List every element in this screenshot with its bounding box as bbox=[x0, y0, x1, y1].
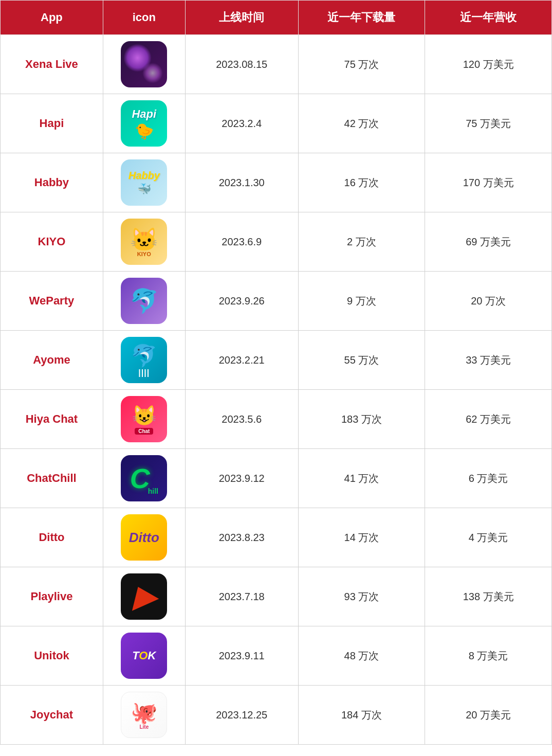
cell-date: 2023.12.25 bbox=[185, 686, 298, 745]
cell-app-icon: 😺 Chat bbox=[103, 390, 185, 449]
cell-app-name: Habby bbox=[1, 153, 103, 212]
cell-revenue: 120 万美元 bbox=[425, 35, 552, 94]
cell-downloads: 9 万次 bbox=[298, 272, 425, 331]
table-row: Unitok TOK 2023.9.11 48 万次 8 万美元 bbox=[1, 626, 552, 686]
cell-downloads: 2 万次 bbox=[298, 212, 425, 272]
cell-downloads: 42 万次 bbox=[298, 94, 425, 153]
header-date: 上线时间 bbox=[185, 1, 298, 35]
header-app: App bbox=[1, 1, 103, 35]
cell-app-name: ChatChill bbox=[1, 449, 103, 508]
cell-date: 2023.8.23 bbox=[185, 508, 298, 567]
cell-app-icon bbox=[103, 35, 185, 94]
cell-app-name: KIYO bbox=[1, 212, 103, 272]
cell-date: 2023.6.9 bbox=[185, 212, 298, 272]
cell-date: 2023.1.30 bbox=[185, 153, 298, 212]
cell-app-name: Ayome bbox=[1, 331, 103, 390]
cell-date: 2023.2.21 bbox=[185, 331, 298, 390]
cell-app-name: Playlive bbox=[1, 567, 103, 626]
cell-downloads: 183 万次 bbox=[298, 390, 425, 449]
cell-app-name: Unitok bbox=[1, 626, 103, 686]
cell-revenue: 6 万美元 bbox=[425, 449, 552, 508]
cell-revenue: 75 万美元 bbox=[425, 94, 552, 153]
cell-downloads: 75 万次 bbox=[298, 35, 425, 94]
cell-app-name: Hapi bbox=[1, 94, 103, 153]
header-downloads: 近一年下载量 bbox=[298, 1, 425, 35]
cell-app-name: Xena Live bbox=[1, 35, 103, 94]
cell-app-icon: C hill bbox=[103, 449, 185, 508]
cell-revenue: 4 万美元 bbox=[425, 508, 552, 567]
cell-app-icon: Hapi 🐤 bbox=[103, 94, 185, 153]
cell-date: 2023.5.6 bbox=[185, 390, 298, 449]
header-icon: icon bbox=[103, 1, 185, 35]
cell-app-icon: TOK bbox=[103, 626, 185, 686]
table-row: Ditto Ditto 2023.8.23 14 万次 4 万美元 bbox=[1, 508, 552, 567]
table-header-row: App icon 上线时间 近一年下载量 近一年营收 bbox=[1, 1, 552, 35]
cell-downloads: 55 万次 bbox=[298, 331, 425, 390]
cell-app-icon: 🐱 KIYO bbox=[103, 212, 185, 272]
cell-downloads: 93 万次 bbox=[298, 567, 425, 626]
table-row: WeParty 🐬 2023.9.26 9 万次 20 万次 bbox=[1, 272, 552, 331]
cell-app-icon: Ditto bbox=[103, 508, 185, 567]
table-row: Hiya Chat 😺 Chat 2023.5.6 183 万次 62 万美元 bbox=[1, 390, 552, 449]
table-row: Playlive ▶ 2023.7.18 93 万次 138 万美元 bbox=[1, 567, 552, 626]
cell-revenue: 62 万美元 bbox=[425, 390, 552, 449]
cell-app-name: Ditto bbox=[1, 508, 103, 567]
cell-downloads: 48 万次 bbox=[298, 626, 425, 686]
cell-app-name: Joychat bbox=[1, 686, 103, 745]
cell-revenue: 138 万美元 bbox=[425, 567, 552, 626]
cell-app-name: Hiya Chat bbox=[1, 390, 103, 449]
cell-app-icon: 🐬 |||| bbox=[103, 331, 185, 390]
cell-revenue: 170 万美元 bbox=[425, 153, 552, 212]
table-row: Ayome 🐬 |||| 2023.2.21 55 万次 33 万美元 bbox=[1, 331, 552, 390]
cell-date: 2023.9.26 bbox=[185, 272, 298, 331]
table-row: ChatChill C hill 2023.9.12 41 万次 6 万美元 bbox=[1, 449, 552, 508]
cell-revenue: 69 万美元 bbox=[425, 212, 552, 272]
table-row: Joychat 🐙 Lite 2023.12.25 184 万次 20 万美元 bbox=[1, 686, 552, 745]
main-table: App icon 上线时间 近一年下载量 近一年营收 Xena Live 202… bbox=[0, 0, 552, 745]
cell-revenue: 20 万次 bbox=[425, 272, 552, 331]
cell-app-name: WeParty bbox=[1, 272, 103, 331]
table-row: Xena Live 2023.08.15 75 万次 120 万美元 bbox=[1, 35, 552, 94]
table-row: KIYO 🐱 KIYO 2023.6.9 2 万次 69 万美元 bbox=[1, 212, 552, 272]
cell-downloads: 41 万次 bbox=[298, 449, 425, 508]
cell-date: 2023.9.12 bbox=[185, 449, 298, 508]
table-row: Hapi Hapi 🐤 2023.2.4 42 万次 75 万美元 bbox=[1, 94, 552, 153]
cell-app-icon: 🐙 Lite bbox=[103, 686, 185, 745]
cell-app-icon: ▶ bbox=[103, 567, 185, 626]
cell-app-icon: 🐬 bbox=[103, 272, 185, 331]
cell-date: 2023.2.4 bbox=[185, 94, 298, 153]
cell-downloads: 16 万次 bbox=[298, 153, 425, 212]
cell-downloads: 184 万次 bbox=[298, 686, 425, 745]
cell-date: 2023.08.15 bbox=[185, 35, 298, 94]
cell-date: 2023.7.18 bbox=[185, 567, 298, 626]
cell-app-icon: Habby 🐳 bbox=[103, 153, 185, 212]
cell-date: 2023.9.11 bbox=[185, 626, 298, 686]
table-row: Habby Habby 🐳 2023.1.30 16 万次 170 万美元 bbox=[1, 153, 552, 212]
header-revenue: 近一年营收 bbox=[425, 1, 552, 35]
cell-revenue: 8 万美元 bbox=[425, 626, 552, 686]
cell-revenue: 20 万美元 bbox=[425, 686, 552, 745]
cell-downloads: 14 万次 bbox=[298, 508, 425, 567]
cell-revenue: 33 万美元 bbox=[425, 331, 552, 390]
